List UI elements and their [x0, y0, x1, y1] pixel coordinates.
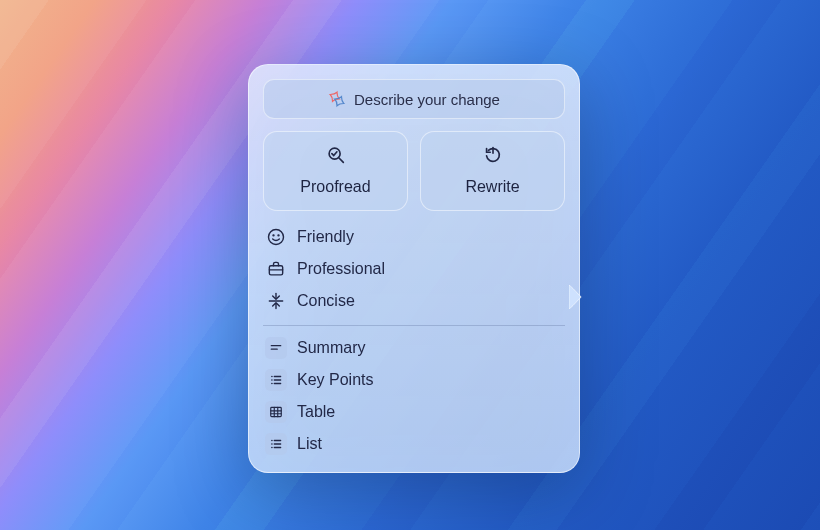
section-divider [263, 325, 565, 326]
proofread-button[interactable]: Proofread [263, 131, 408, 211]
svg-line-1 [338, 158, 343, 163]
tone-professional[interactable]: Professional [263, 257, 565, 281]
svg-point-26 [271, 443, 273, 445]
rewrite-button[interactable]: Rewrite [420, 131, 565, 211]
proofread-label: Proofread [300, 178, 370, 196]
primary-actions-row: Proofread Rewrite [263, 131, 565, 211]
keypoints-icon [265, 369, 287, 391]
svg-point-17 [271, 383, 273, 385]
apple-intelligence-icon [328, 90, 346, 108]
smile-icon [265, 226, 287, 248]
svg-point-4 [273, 235, 274, 236]
format-table[interactable]: Table [263, 400, 565, 424]
format-keypoints[interactable]: Key Points [263, 368, 565, 392]
format-table-label: Table [297, 403, 335, 421]
svg-point-13 [271, 376, 273, 378]
tone-section: Friendly Professional [263, 225, 565, 313]
svg-point-5 [278, 235, 279, 236]
svg-rect-19 [271, 407, 282, 416]
list-icon [265, 433, 287, 455]
rewrite-label: Rewrite [465, 178, 519, 196]
format-list-label: List [297, 435, 322, 453]
format-list[interactable]: List [263, 432, 565, 456]
tone-friendly[interactable]: Friendly [263, 225, 565, 249]
writing-tools-popover: Describe your change Proofread [248, 64, 580, 473]
proofread-icon [325, 144, 347, 170]
svg-point-24 [271, 440, 273, 442]
table-icon [265, 401, 287, 423]
tone-friendly-label: Friendly [297, 228, 354, 246]
describe-change-placeholder: Describe your change [354, 91, 500, 108]
tone-concise-label: Concise [297, 292, 355, 310]
svg-point-28 [271, 447, 273, 449]
format-summary[interactable]: Summary [263, 336, 565, 360]
svg-point-15 [271, 379, 273, 381]
format-summary-label: Summary [297, 339, 365, 357]
describe-change-input[interactable]: Describe your change [263, 79, 565, 119]
summary-icon [265, 337, 287, 359]
format-section: Summary Key Points [263, 336, 565, 456]
rewrite-icon [482, 144, 504, 170]
briefcase-icon [265, 258, 287, 280]
tone-concise[interactable]: Concise [263, 289, 565, 313]
svg-point-3 [269, 230, 284, 245]
popover-arrow [569, 285, 589, 309]
format-keypoints-label: Key Points [297, 371, 373, 389]
tone-professional-label: Professional [297, 260, 385, 278]
collapse-icon [265, 290, 287, 312]
